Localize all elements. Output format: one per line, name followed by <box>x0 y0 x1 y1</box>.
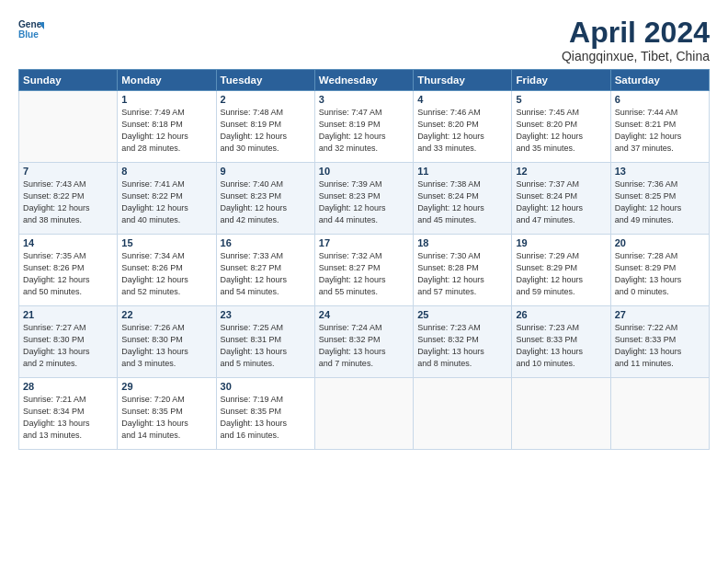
day-number: 30 <box>221 381 311 392</box>
day-number: 12 <box>516 166 606 177</box>
day-info: Sunrise: 7:49 AM Sunset: 8:18 PM Dayligh… <box>121 107 211 155</box>
table-row: 27Sunrise: 7:22 AM Sunset: 8:33 PM Dayli… <box>610 306 709 378</box>
col-tuesday: Tuesday <box>216 70 314 91</box>
day-number: 23 <box>221 309 311 320</box>
day-number: 20 <box>615 237 705 248</box>
day-info: Sunrise: 7:40 AM Sunset: 8:23 PM Dayligh… <box>221 178 311 226</box>
day-info: Sunrise: 7:37 AM Sunset: 8:24 PM Dayligh… <box>516 178 606 226</box>
day-number: 4 <box>417 94 507 105</box>
table-row: 13Sunrise: 7:36 AM Sunset: 8:25 PM Dayli… <box>610 163 709 235</box>
table-row: 4Sunrise: 7:46 AM Sunset: 8:20 PM Daylig… <box>414 91 512 163</box>
location-subtitle: Qiangqinxue, Tibet, China <box>562 49 710 63</box>
day-number: 21 <box>23 309 113 320</box>
table-row: 18Sunrise: 7:30 AM Sunset: 8:28 PM Dayli… <box>414 235 512 306</box>
day-info: Sunrise: 7:23 AM Sunset: 8:33 PM Dayligh… <box>516 322 606 370</box>
table-row <box>19 91 118 163</box>
day-info: Sunrise: 7:38 AM Sunset: 8:24 PM Dayligh… <box>417 178 507 226</box>
table-row: 2Sunrise: 7:48 AM Sunset: 8:19 PM Daylig… <box>216 91 314 163</box>
day-number: 9 <box>221 166 311 177</box>
day-number: 11 <box>417 166 507 177</box>
day-number: 16 <box>221 237 311 248</box>
table-row: 11Sunrise: 7:38 AM Sunset: 8:24 PM Dayli… <box>414 163 512 235</box>
table-row: 17Sunrise: 7:32 AM Sunset: 8:27 PM Dayli… <box>314 235 413 306</box>
table-row: 16Sunrise: 7:33 AM Sunset: 8:27 PM Dayli… <box>216 235 314 306</box>
day-info: Sunrise: 7:27 AM Sunset: 8:30 PM Dayligh… <box>23 322 113 370</box>
day-info: Sunrise: 7:23 AM Sunset: 8:32 PM Dayligh… <box>417 322 507 370</box>
day-info: Sunrise: 7:34 AM Sunset: 8:26 PM Dayligh… <box>121 250 211 298</box>
day-info: Sunrise: 7:22 AM Sunset: 8:33 PM Dayligh… <box>615 322 705 370</box>
col-thursday: Thursday <box>414 70 512 91</box>
day-number: 28 <box>23 381 113 392</box>
day-info: Sunrise: 7:33 AM Sunset: 8:27 PM Dayligh… <box>221 250 311 298</box>
table-row: 24Sunrise: 7:24 AM Sunset: 8:32 PM Dayli… <box>314 306 413 378</box>
day-info: Sunrise: 7:20 AM Sunset: 8:35 PM Dayligh… <box>121 394 211 442</box>
table-row: 9Sunrise: 7:40 AM Sunset: 8:23 PM Daylig… <box>216 163 314 235</box>
page: General Blue April 2024 Qiangqinxue, Tib… <box>0 0 728 563</box>
day-info: Sunrise: 7:43 AM Sunset: 8:22 PM Dayligh… <box>23 178 113 226</box>
day-info: Sunrise: 7:41 AM Sunset: 8:22 PM Dayligh… <box>121 178 211 226</box>
day-number: 10 <box>319 166 409 177</box>
table-row: 20Sunrise: 7:28 AM Sunset: 8:29 PM Dayli… <box>610 235 709 306</box>
table-row: 3Sunrise: 7:47 AM Sunset: 8:19 PM Daylig… <box>314 91 413 163</box>
day-info: Sunrise: 7:29 AM Sunset: 8:29 PM Dayligh… <box>516 250 606 298</box>
day-number: 27 <box>615 309 705 320</box>
day-number: 5 <box>516 94 606 105</box>
table-row: 30Sunrise: 7:19 AM Sunset: 8:35 PM Dayli… <box>216 378 314 450</box>
day-number: 13 <box>615 166 705 177</box>
svg-text:General: General <box>18 19 44 29</box>
day-number: 19 <box>516 237 606 248</box>
table-row: 22Sunrise: 7:26 AM Sunset: 8:30 PM Dayli… <box>118 306 216 378</box>
day-info: Sunrise: 7:32 AM Sunset: 8:27 PM Dayligh… <box>319 250 409 298</box>
day-info: Sunrise: 7:26 AM Sunset: 8:30 PM Dayligh… <box>121 322 211 370</box>
table-row <box>314 378 413 450</box>
day-number: 22 <box>121 309 211 320</box>
logo-icon: General Blue <box>18 17 44 42</box>
day-number: 7 <box>23 166 113 177</box>
day-number: 29 <box>121 381 211 392</box>
day-number: 25 <box>417 309 507 320</box>
day-info: Sunrise: 7:45 AM Sunset: 8:20 PM Dayligh… <box>516 107 606 155</box>
table-row: 28Sunrise: 7:21 AM Sunset: 8:34 PM Dayli… <box>19 378 118 450</box>
day-number: 17 <box>319 237 409 248</box>
day-info: Sunrise: 7:36 AM Sunset: 8:25 PM Dayligh… <box>615 178 705 226</box>
table-row: 21Sunrise: 7:27 AM Sunset: 8:30 PM Dayli… <box>19 306 118 378</box>
day-number: 8 <box>121 166 211 177</box>
table-row: 8Sunrise: 7:41 AM Sunset: 8:22 PM Daylig… <box>118 163 216 235</box>
table-row: 12Sunrise: 7:37 AM Sunset: 8:24 PM Dayli… <box>512 163 610 235</box>
day-info: Sunrise: 7:24 AM Sunset: 8:32 PM Dayligh… <box>319 322 409 370</box>
day-info: Sunrise: 7:46 AM Sunset: 8:20 PM Dayligh… <box>417 107 507 155</box>
table-row: 25Sunrise: 7:23 AM Sunset: 8:32 PM Dayli… <box>414 306 512 378</box>
table-row: 15Sunrise: 7:34 AM Sunset: 8:26 PM Dayli… <box>118 235 216 306</box>
day-info: Sunrise: 7:39 AM Sunset: 8:23 PM Dayligh… <box>319 178 409 226</box>
table-row: 14Sunrise: 7:35 AM Sunset: 8:26 PM Dayli… <box>19 235 118 306</box>
col-wednesday: Wednesday <box>314 70 413 91</box>
col-saturday: Saturday <box>610 70 709 91</box>
day-number: 6 <box>615 94 705 105</box>
calendar-table: Sunday Monday Tuesday Wednesday Thursday… <box>18 69 710 450</box>
month-title: April 2024 <box>562 17 710 49</box>
header: General Blue April 2024 Qiangqinxue, Tib… <box>18 17 710 63</box>
table-row: 1Sunrise: 7:49 AM Sunset: 8:18 PM Daylig… <box>118 91 216 163</box>
table-row <box>414 378 512 450</box>
day-number: 24 <box>319 309 409 320</box>
title-block: April 2024 Qiangqinxue, Tibet, China <box>562 17 710 63</box>
table-row: 7Sunrise: 7:43 AM Sunset: 8:22 PM Daylig… <box>19 163 118 235</box>
logo: General Blue <box>18 17 44 42</box>
day-number: 2 <box>221 94 311 105</box>
svg-text:Blue: Blue <box>18 29 39 40</box>
table-row: 19Sunrise: 7:29 AM Sunset: 8:29 PM Dayli… <box>512 235 610 306</box>
day-number: 3 <box>319 94 409 105</box>
day-info: Sunrise: 7:48 AM Sunset: 8:19 PM Dayligh… <box>221 107 311 155</box>
table-row <box>610 378 709 450</box>
day-number: 18 <box>417 237 507 248</box>
day-number: 14 <box>23 237 113 248</box>
table-row: 26Sunrise: 7:23 AM Sunset: 8:33 PM Dayli… <box>512 306 610 378</box>
day-info: Sunrise: 7:21 AM Sunset: 8:34 PM Dayligh… <box>23 394 113 442</box>
day-info: Sunrise: 7:35 AM Sunset: 8:26 PM Dayligh… <box>23 250 113 298</box>
day-info: Sunrise: 7:30 AM Sunset: 8:28 PM Dayligh… <box>417 250 507 298</box>
day-info: Sunrise: 7:25 AM Sunset: 8:31 PM Dayligh… <box>221 322 311 370</box>
day-info: Sunrise: 7:44 AM Sunset: 8:21 PM Dayligh… <box>615 107 705 155</box>
day-number: 1 <box>121 94 211 105</box>
table-row <box>512 378 610 450</box>
col-sunday: Sunday <box>19 70 118 91</box>
